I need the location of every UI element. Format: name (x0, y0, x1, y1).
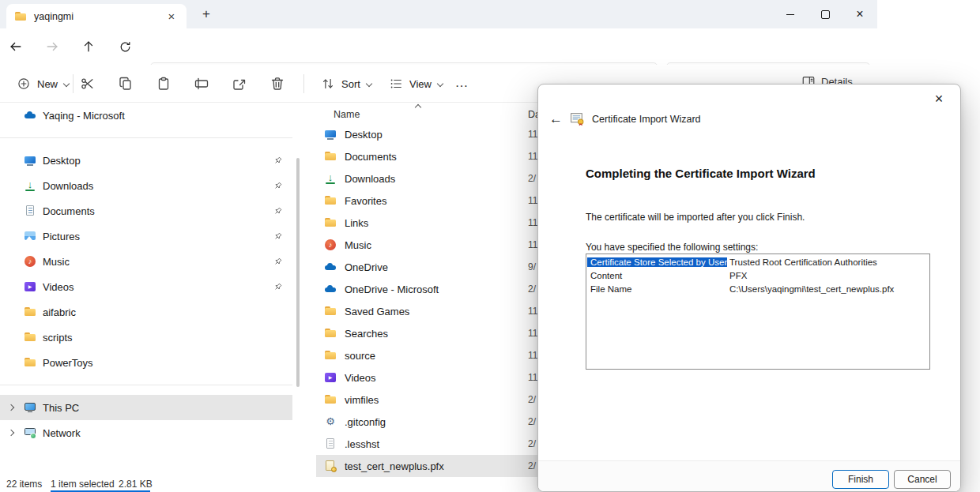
settings-key: Certificate Store Selected by User (587, 257, 727, 267)
wizard-back-icon[interactable]: ← (549, 112, 563, 126)
sidebar-item-powertoys[interactable]: PowerToys (0, 350, 292, 375)
desktop-icon (324, 128, 337, 141)
rename-icon (194, 76, 209, 92)
wizard-intro-text: The certificate will be imported after y… (586, 212, 805, 223)
close-button[interactable]: × (842, 0, 877, 28)
settings-table[interactable]: Certificate Store Selected by UserTruste… (586, 254, 930, 370)
sidebar-item-this-pc[interactable]: This PC (0, 395, 292, 420)
file-row-gitconfig[interactable]: .gitconfig2/ (316, 411, 550, 433)
music-icon (324, 238, 337, 251)
rename-button[interactable] (187, 72, 216, 96)
sidebar-item-label: PowerToys (43, 357, 93, 369)
sidebar-item-desktop[interactable]: Desktop (0, 148, 292, 173)
sidebar-item-aifabric[interactable]: aifabric (0, 299, 292, 325)
tab-close-icon[interactable]: × (164, 9, 179, 24)
delete-button[interactable] (263, 72, 292, 96)
music-icon (24, 255, 36, 268)
file-row-source[interactable]: source11 (316, 344, 550, 366)
cloud-icon (24, 109, 36, 122)
file-name: test_cert_newplus.pfx (345, 460, 520, 472)
up-button[interactable] (76, 34, 101, 59)
cancel-button[interactable]: Cancel (894, 470, 951, 489)
desktop-icon (24, 154, 36, 167)
folder-icon (324, 194, 337, 207)
sidebar-item-label: Downloads (43, 180, 93, 192)
file-row-searches[interactable]: Searches11 (316, 322, 550, 344)
sidebar-scrollbar[interactable] (296, 158, 300, 387)
folder-icon (324, 349, 337, 362)
share-button[interactable] (225, 72, 254, 96)
sidebar: Yaqing - MicrosoftDesktopDownloadsDocume… (0, 103, 292, 476)
file-row-saved-games[interactable]: Saved Games11 (316, 300, 550, 322)
settings-row-content[interactable]: ContentPFX (587, 269, 929, 282)
sidebar-item-network[interactable]: Network (0, 420, 292, 445)
sidebar-item-label: Network (43, 427, 81, 439)
file-row-downloads[interactable]: Downloads2/ (316, 167, 550, 190)
wizard-title: Certificate Import Wizard (592, 114, 701, 125)
sidebar-divider (0, 385, 292, 385)
folder-icon (324, 393, 337, 406)
copy-button[interactable] (111, 72, 140, 96)
file-name: Downloads (345, 173, 520, 185)
navigation-bar: This PCWindows (C:)Usersyaqingmi (0, 28, 877, 65)
file-row-onedrive[interactable]: OneDrive9/ (316, 256, 550, 278)
minimize-button[interactable] (773, 0, 808, 28)
file-row-test-cert-newplus-pfx[interactable]: test_cert_newplus.pfx2/ (316, 455, 550, 477)
toolbar-divider (303, 74, 304, 93)
back-button[interactable] (3, 34, 28, 59)
pin-icon (273, 282, 283, 292)
sort-button[interactable]: Sort (313, 72, 379, 96)
file-row-vimfiles[interactable]: vimfiles2/ (316, 389, 550, 411)
sidebar-item-label: aifabric (43, 306, 76, 318)
file-row-links[interactable]: Links11 (316, 212, 550, 234)
maximize-button[interactable] (808, 0, 842, 28)
file-row-favorites[interactable]: Favorites11 (316, 190, 550, 212)
sidebar-item-scripts[interactable]: scripts (0, 325, 292, 350)
status-bar: 22 items 1 item selected 2.81 KB (0, 476, 537, 492)
sidebar-item-label: Yaqing - Microsoft (43, 110, 125, 122)
refresh-button[interactable] (112, 34, 138, 59)
cert-icon (324, 460, 337, 472)
file-row-videos[interactable]: Videos11 (316, 366, 550, 389)
settings-value: C:\Users\yaqingmi\test_cert_newplus.pfx (727, 284, 896, 294)
new-button[interactable]: New (8, 72, 77, 96)
settings-row-certificate-store-selected-by-user[interactable]: Certificate Store Selected by UserTruste… (587, 255, 929, 269)
up-arrow-icon (81, 39, 96, 54)
certificate-import-wizard-dialog: × ← Certificate Import Wizard Completing… (537, 84, 961, 492)
file-name: Favorites (345, 195, 520, 207)
file-row-lesshst[interactable]: .lesshst2/ (316, 433, 550, 455)
finish-button[interactable]: Finish (832, 470, 889, 489)
file-row-music[interactable]: Music11 (316, 234, 550, 256)
dialog-close-icon[interactable]: × (927, 88, 951, 109)
sidebar-item-documents[interactable]: Documents (0, 198, 292, 223)
new-button-label: New (37, 78, 58, 90)
monitor-icon (24, 401, 36, 414)
pin-icon (273, 156, 283, 166)
file-row-onedrive-microsoft[interactable]: OneDrive - Microsoft2/ (316, 278, 550, 300)
sidebar-item-yaqing-microsoft[interactable]: Yaqing - Microsoft (0, 103, 292, 128)
paste-button[interactable] (149, 72, 178, 96)
sidebar-section: This PCNetwork (0, 395, 292, 445)
view-button[interactable]: View (381, 72, 450, 96)
sidebar-item-videos[interactable]: Videos (0, 274, 292, 299)
sidebar-item-downloads[interactable]: Downloads (0, 173, 292, 198)
sidebar-item-pictures[interactable]: Pictures (0, 223, 292, 249)
share-icon (232, 76, 247, 92)
screen: yaqingmi × + × (0, 0, 980, 492)
more-options-button[interactable]: … (449, 72, 474, 96)
cut-button[interactable] (74, 72, 102, 96)
sidebar-item-music[interactable]: Music (0, 249, 292, 274)
file-row-documents[interactable]: Documents11 (316, 145, 550, 167)
videos-icon (24, 280, 36, 293)
column-header-name[interactable]: Name (334, 109, 360, 120)
file-pane: Name Da Desktop11Documents11Downloads2/F… (316, 103, 550, 480)
new-tab-button[interactable]: + (198, 6, 215, 23)
forward-button[interactable] (40, 34, 65, 59)
file-name: Searches (345, 328, 520, 340)
file-row-desktop[interactable]: Desktop11 (316, 123, 550, 145)
tab-title: yaqingmi (34, 11, 157, 22)
settings-row-file-name[interactable]: File NameC:\Users\yaqingmi\test_cert_new… (587, 282, 929, 295)
sidebar-item-label: Documents (43, 205, 95, 217)
status-selection-size: 2.81 KB (119, 479, 153, 490)
explorer-tab[interactable]: yaqingmi × (6, 4, 187, 28)
